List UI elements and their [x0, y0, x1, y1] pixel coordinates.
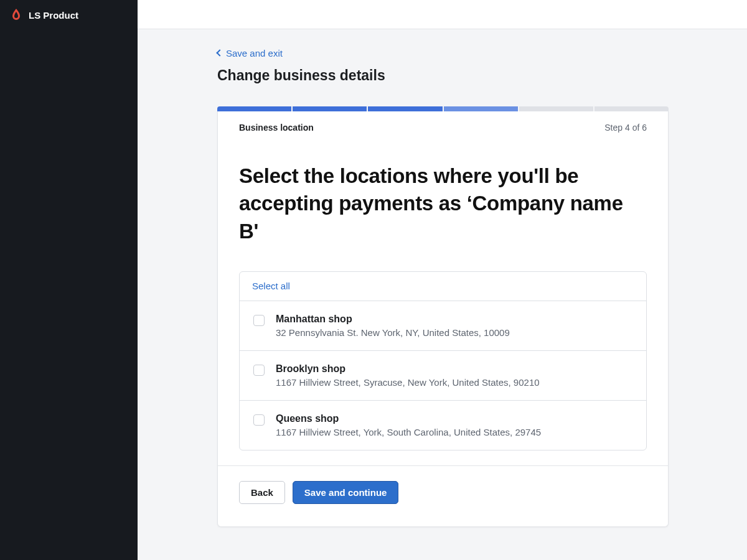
- card-heading: Select the locations where you'll be acc…: [239, 162, 647, 246]
- flame-icon: [10, 9, 22, 21]
- progress-bar: [217, 106, 669, 111]
- location-name: Brooklyn shop: [276, 363, 632, 375]
- topbar: [138, 0, 747, 29]
- progress-step-4: [444, 106, 518, 111]
- sidebar: LS Product: [0, 0, 138, 560]
- card-header: Business location Step 4 of 6: [218, 111, 668, 138]
- location-address: 1167 Hillview Street, York, South Caroli…: [276, 427, 632, 437]
- progress-step-5: [519, 106, 593, 111]
- main: Save and exit Change business details Bu…: [138, 0, 747, 560]
- progress-step-2: [293, 106, 367, 111]
- page-title: Change business details: [217, 67, 669, 84]
- location-row-queens[interactable]: Queens shop 1167 Hillview Street, York, …: [240, 401, 646, 450]
- locations-list: Select all Manhattan shop 32 Pennsylvani…: [239, 271, 647, 450]
- progress-step-3: [368, 106, 442, 111]
- location-text: Queens shop 1167 Hillview Street, York, …: [276, 413, 632, 437]
- content: Save and exit Change business details Bu…: [138, 29, 747, 560]
- location-text: Manhattan shop 32 Pennsylvania St. New Y…: [276, 314, 632, 338]
- progress-step-1: [217, 106, 291, 111]
- select-all-row: Select all: [240, 272, 646, 301]
- card-footer: Back Save and continue: [218, 465, 668, 504]
- location-row-manhattan[interactable]: Manhattan shop 32 Pennsylvania St. New Y…: [240, 301, 646, 351]
- wizard-card: Business location Step 4 of 6 Select the…: [217, 111, 669, 528]
- save-and-continue-button[interactable]: Save and continue: [293, 481, 399, 504]
- location-row-brooklyn[interactable]: Brooklyn shop 1167 Hillview Street, Syra…: [240, 351, 646, 401]
- card-section-title: Business location: [239, 123, 314, 133]
- checkbox[interactable]: [253, 315, 265, 326]
- location-text: Brooklyn shop 1167 Hillview Street, Syra…: [276, 363, 632, 388]
- progress-step-6: [594, 106, 669, 111]
- app-name: LS Product: [29, 10, 78, 21]
- select-all-link[interactable]: Select all: [252, 281, 290, 291]
- location-name: Manhattan shop: [276, 314, 632, 325]
- location-address: 32 Pennsylvania St. New York, NY, United…: [276, 327, 632, 338]
- location-address: 1167 Hillview Street, Syracuse, New York…: [276, 377, 632, 388]
- checkbox[interactable]: [253, 414, 265, 426]
- back-button[interactable]: Back: [239, 481, 285, 504]
- step-counter: Step 4 of 6: [604, 123, 647, 133]
- save-and-exit-label: Save and exit: [226, 48, 283, 58]
- location-name: Queens shop: [276, 413, 632, 424]
- chevron-left-icon: [216, 49, 223, 56]
- save-and-exit-link[interactable]: Save and exit: [217, 48, 283, 58]
- sidebar-header: LS Product: [0, 0, 138, 30]
- checkbox[interactable]: [253, 365, 265, 376]
